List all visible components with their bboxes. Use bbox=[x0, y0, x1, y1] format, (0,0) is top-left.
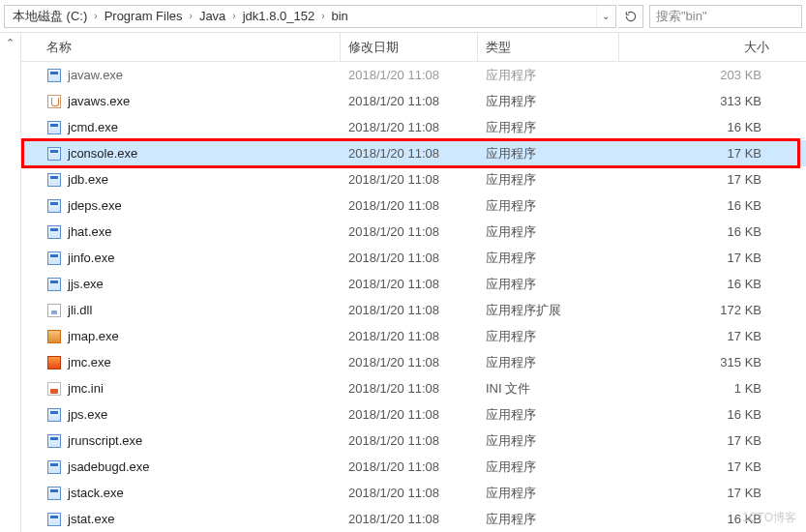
file-row[interactable]: jconsole.exe2018/1/20 11:08应用程序17 KB bbox=[21, 140, 806, 166]
file-type: 应用程序 bbox=[478, 119, 619, 136]
breadcrumb-segment[interactable]: 本地磁盘 (C:) bbox=[7, 8, 93, 25]
file-size: 16 KB bbox=[619, 120, 806, 134]
exe-icon bbox=[46, 459, 62, 475]
file-name: jdb.exe bbox=[68, 172, 108, 187]
file-name: jstat.exe bbox=[68, 512, 114, 526]
file-date: 2018/1/20 11:08 bbox=[341, 303, 478, 317]
file-date: 2018/1/20 11:08 bbox=[341, 198, 478, 213]
breadcrumb-segment[interactable]: bin bbox=[326, 9, 354, 23]
file-name: jconsole.exe bbox=[68, 146, 137, 161]
file-date: 2018/1/20 11:08 bbox=[341, 94, 478, 108]
file-name: jsadebugd.exe bbox=[68, 459, 150, 474]
file-type: 应用程序 bbox=[478, 485, 619, 502]
breadcrumb-segment[interactable]: Program Files bbox=[99, 9, 189, 23]
file-date: 2018/1/20 11:08 bbox=[341, 512, 478, 526]
file-row[interactable]: jmap.exe2018/1/20 11:08应用程序17 KB bbox=[21, 323, 806, 349]
exe-icon bbox=[46, 277, 62, 292]
breadcrumb[interactable]: 本地磁盘 (C:) › Program Files › Java › jdk1.… bbox=[4, 5, 616, 28]
file-type: 应用程序 bbox=[478, 458, 619, 476]
address-bar: 本地磁盘 (C:) › Program Files › Java › jdk1.… bbox=[0, 0, 806, 33]
exe-icon bbox=[46, 68, 62, 83]
sidebar-toggle[interactable]: ⌃ bbox=[0, 33, 21, 532]
file-size: 315 KB bbox=[619, 355, 806, 369]
file-row[interactable]: jhat.exe2018/1/20 11:08应用程序16 KB bbox=[21, 219, 806, 245]
file-name: jmc.exe bbox=[68, 355, 111, 369]
watermark: 1CTO博客 bbox=[742, 510, 796, 526]
file-row[interactable]: jli.dll2018/1/20 11:08应用程序扩展172 KB bbox=[21, 297, 806, 323]
file-name: jmc.ini bbox=[68, 381, 104, 396]
file-size: 17 KB bbox=[619, 329, 806, 343]
breadcrumb-segment[interactable]: jdk1.8.0_152 bbox=[237, 9, 320, 23]
refresh-button[interactable] bbox=[618, 5, 643, 28]
file-date: 2018/1/20 11:08 bbox=[341, 381, 478, 396]
file-row[interactable]: jmc.ini2018/1/20 11:08INI 文件1 KB bbox=[21, 375, 806, 401]
file-row[interactable]: javaws.exe2018/1/20 11:08应用程序313 KB bbox=[21, 88, 806, 114]
file-name: jjs.exe bbox=[68, 277, 104, 291]
jmc-ini-icon bbox=[46, 381, 62, 397]
file-size: 16 KB bbox=[619, 407, 806, 422]
file-type: 应用程序 bbox=[478, 406, 619, 424]
file-size: 17 KB bbox=[619, 486, 806, 500]
exe-icon bbox=[46, 120, 62, 135]
file-date: 2018/1/20 11:08 bbox=[341, 355, 478, 369]
file-type: INI 文件 bbox=[478, 380, 619, 398]
file-type: 应用程序 bbox=[478, 511, 619, 528]
exe-icon bbox=[46, 146, 62, 162]
file-name: jli.dll bbox=[68, 303, 92, 317]
file-type: 应用程序 bbox=[478, 93, 619, 110]
search-input[interactable]: 搜索"bin" bbox=[649, 5, 802, 28]
file-type: 应用程序扩展 bbox=[478, 302, 619, 319]
file-row[interactable]: jdb.exe2018/1/20 11:08应用程序17 KB bbox=[21, 166, 806, 192]
search-placeholder: 搜索"bin" bbox=[656, 8, 707, 25]
exe-icon bbox=[46, 486, 62, 501]
file-name: jmap.exe bbox=[68, 329, 119, 343]
file-type: 应用程序 bbox=[478, 354, 619, 371]
file-row[interactable]: javaw.exe2018/1/20 11:08应用程序203 KB bbox=[21, 62, 806, 88]
exe-icon bbox=[46, 172, 62, 188]
dll-icon bbox=[46, 303, 62, 318]
file-size: 16 KB bbox=[619, 198, 806, 213]
file-list: javaw.exe2018/1/20 11:08应用程序203 KBjavaws… bbox=[21, 62, 806, 532]
file-name: jcmd.exe bbox=[68, 120, 118, 134]
file-name: jdeps.exe bbox=[68, 198, 122, 213]
file-row[interactable]: jps.exe2018/1/20 11:08应用程序16 KB bbox=[21, 401, 806, 428]
file-row[interactable]: jsadebugd.exe2018/1/20 11:08应用程序17 KB bbox=[21, 454, 806, 480]
column-header-name[interactable]: 名称 bbox=[21, 33, 341, 61]
file-date: 2018/1/20 11:08 bbox=[341, 486, 478, 500]
file-type: 应用程序 bbox=[478, 145, 619, 163]
breadcrumb-segment[interactable]: Java bbox=[194, 9, 231, 23]
file-date: 2018/1/20 11:08 bbox=[341, 329, 478, 343]
column-header-type[interactable]: 类型 bbox=[478, 33, 619, 61]
exe-icon bbox=[46, 433, 62, 449]
file-type: 应用程序 bbox=[478, 67, 619, 84]
file-row[interactable]: jdeps.exe2018/1/20 11:08应用程序16 KB bbox=[21, 192, 806, 219]
jmc-icon bbox=[46, 355, 62, 370]
file-size: 203 KB bbox=[619, 68, 806, 82]
file-row[interactable]: jjs.exe2018/1/20 11:08应用程序16 KB bbox=[21, 271, 806, 297]
file-row[interactable]: jmc.exe2018/1/20 11:08应用程序315 KB bbox=[21, 349, 806, 375]
file-row[interactable]: jrunscript.exe2018/1/20 11:08应用程序17 KB bbox=[21, 428, 806, 454]
column-header-date[interactable]: 修改日期 bbox=[341, 33, 478, 61]
file-size: 16 KB bbox=[619, 277, 806, 291]
file-name: javaws.exe bbox=[68, 94, 130, 108]
chevron-down-icon[interactable]: ⌄ bbox=[596, 6, 613, 27]
file-type: 应用程序 bbox=[478, 223, 619, 241]
column-header-size[interactable]: 大小 bbox=[619, 33, 806, 61]
file-row[interactable]: jstat.exe2018/1/20 11:08应用程序16 KB bbox=[21, 506, 806, 532]
exe-icon bbox=[46, 407, 62, 423]
file-name: jstack.exe bbox=[68, 486, 124, 500]
file-date: 2018/1/20 11:08 bbox=[341, 172, 478, 187]
file-type: 应用程序 bbox=[478, 276, 619, 293]
file-size: 17 KB bbox=[619, 146, 806, 161]
column-headers: 名称 修改日期 类型 大小 bbox=[21, 33, 806, 62]
file-type: 应用程序 bbox=[478, 328, 619, 345]
file-size: 17 KB bbox=[619, 459, 806, 474]
file-type: 应用程序 bbox=[478, 432, 619, 450]
file-row[interactable]: jstack.exe2018/1/20 11:08应用程序17 KB bbox=[21, 480, 806, 506]
file-date: 2018/1/20 11:08 bbox=[341, 277, 478, 291]
file-size: 17 KB bbox=[619, 172, 806, 187]
file-row[interactable]: jinfo.exe2018/1/20 11:08应用程序17 KB bbox=[21, 245, 806, 271]
file-name: jps.exe bbox=[68, 407, 107, 422]
file-listview: 名称 修改日期 类型 大小 javaw.exe2018/1/20 11:08应用… bbox=[21, 33, 806, 532]
file-row[interactable]: jcmd.exe2018/1/20 11:08应用程序16 KB bbox=[21, 114, 806, 140]
